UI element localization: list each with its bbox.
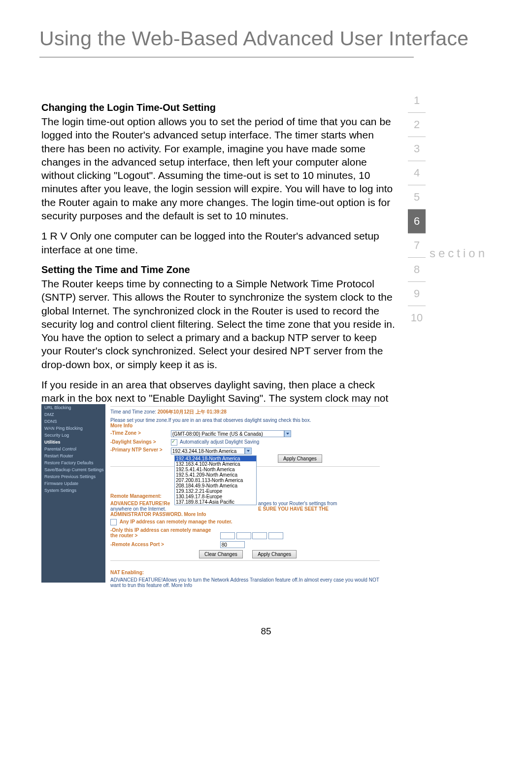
ntp-option[interactable]: 207.200.81.113-North America	[175, 478, 256, 483]
heading-timezone: Setting the Time and Time Zone	[41, 263, 396, 276]
ntp-option[interactable]: 137.189.8.174-Asia Pacific	[175, 499, 256, 505]
any-ip-text: Any IP address can remotely manage the r…	[120, 519, 233, 524]
heading-login: Changing the Login Time-Out Setting	[41, 101, 396, 114]
remote-port-label: -Remote Access Port >	[110, 542, 219, 547]
daylight-label: -Daylight Savings >	[110, 439, 169, 445]
please-set-text: Please set your time zone.If you are in …	[110, 417, 311, 423]
chevron-down-icon[interactable]	[284, 430, 291, 437]
sidebar-item[interactable]: Security Log	[41, 432, 105, 439]
only-ip-field-2[interactable]	[236, 532, 251, 539]
only-ip-field-1[interactable]	[220, 532, 235, 539]
section-tab-7[interactable]: 7	[408, 234, 426, 258]
more-info-link[interactable]: More Info	[110, 423, 133, 428]
remote-mgmt-label: Remote Management:	[110, 493, 162, 499]
adv-feature-text: ADVANCED FEATURE!Re	[110, 501, 170, 506]
para-login-1: The login time-out option allows you to …	[41, 115, 396, 222]
page-number: 85	[0, 626, 532, 637]
clear-changes-button[interactable]: Clear Changes	[199, 550, 243, 558]
remote-port-field[interactable]	[220, 541, 245, 548]
title-rule	[39, 57, 414, 58]
section-tab-2[interactable]: 2	[408, 113, 426, 137]
nat-text: ADVANCED FEATURE!Allows you to turn the …	[110, 577, 379, 588]
section-tabs: 12345678910	[408, 89, 426, 330]
section-tab-10[interactable]: 10	[408, 306, 426, 330]
para-tz-1: The Router keeps time by connecting to a…	[41, 277, 396, 371]
only-ip-label: -Only this IP address can remotely manag…	[110, 527, 219, 538]
body-text: Changing the Login Time-Out Setting The …	[41, 101, 396, 452]
ntp-option[interactable]: 129.132.2.21-Europe	[175, 488, 256, 494]
anywhere-text: anywhere on the Internet.	[110, 506, 166, 512]
ntp-option[interactable]: 192.5.41.209-North America	[175, 472, 256, 478]
admin-pwd-text: ADMINISTRATOR PASSWORD.	[110, 512, 183, 517]
sidebar-item[interactable]: WAN Ping Blocking	[41, 425, 105, 432]
sidebar-item[interactable]: URL Blocking	[41, 404, 105, 411]
router-ui-screenshot: URL BlockingDMZDDNSWAN Ping BlockingSecu…	[41, 404, 385, 583]
section-label: section	[430, 246, 488, 260]
router-sidebar: URL BlockingDMZDDNSWAN Ping BlockingSecu…	[41, 404, 105, 583]
sidebar-item[interactable]: System Settings	[41, 487, 105, 494]
daylight-checkbox[interactable]	[171, 439, 177, 446]
adv-tail: anges to your Router's settings from	[258, 501, 337, 506]
section-tab-5[interactable]: 5	[408, 185, 426, 209]
more-info-link[interactable]: More Info	[184, 512, 206, 517]
time-zone-title: Time and Time zone:	[110, 409, 156, 415]
section-tab-3[interactable]: 3	[408, 137, 426, 161]
section-tab-8[interactable]: 8	[408, 258, 426, 282]
sidebar-item[interactable]: Save/Backup Current Settings	[41, 466, 105, 473]
chevron-down-icon[interactable]	[245, 448, 252, 454]
only-ip-field-4[interactable]	[268, 532, 283, 539]
sidebar-item[interactable]: Restore Previous Settings	[41, 473, 105, 480]
section-tab-9[interactable]: 9	[408, 282, 426, 306]
ntp-dropdown-open[interactable]: 192.43.244.18-North America132.163.4.102…	[174, 455, 257, 505]
nat-label: NAT Enabling:	[110, 570, 144, 575]
only-ip-field-3[interactable]	[252, 532, 267, 539]
ntp-option[interactable]: 132.163.4.102-North America	[175, 461, 256, 467]
ntp-option[interactable]: 130.149.17.8-Europe	[175, 494, 256, 499]
sidebar-item[interactable]: Restart Router	[41, 452, 105, 459]
section-tab-4[interactable]: 4	[408, 161, 426, 185]
ntp-option[interactable]: 192.5.41.41-North America	[175, 467, 256, 472]
sidebar-item[interactable]: DMZ	[41, 411, 105, 418]
time-zone-value: 2006年10月12日 上午 01:39:28	[158, 409, 227, 415]
sidebar-item[interactable]: Parental Control	[41, 446, 105, 452]
daylight-text: Automatically adjust Daylight Saving	[180, 439, 259, 445]
section-tab-1[interactable]: 1	[408, 89, 426, 113]
sidebar-item[interactable]: Firmware Update	[41, 480, 105, 487]
ntp-select[interactable]: 192.43.244.18-North America	[171, 448, 245, 454]
para-login-2: 1 R V Only one computer can be logged in…	[41, 229, 396, 256]
sidebar-item[interactable]: DDNS	[41, 418, 105, 425]
ntp-option[interactable]: 192.43.244.18-North America	[175, 456, 256, 461]
apply-changes-button[interactable]: Apply Changes	[278, 454, 322, 463]
any-ip-checkbox[interactable]	[110, 519, 117, 525]
sidebar-item[interactable]: Restore Factory Defaults	[41, 459, 105, 466]
timezone-label: -Time Zone >	[110, 430, 169, 436]
sidebar-item[interactable]: Utilities	[41, 439, 105, 446]
apply-changes-button[interactable]: Apply Changes	[252, 550, 297, 558]
primary-ntp-label: -Primary NTP Server >	[110, 448, 169, 452]
section-tab-6[interactable]: 6	[408, 209, 426, 234]
timezone-select[interactable]: (GMT-08:00) Pacific Time (US & Canada)	[171, 430, 284, 437]
ntp-option[interactable]: 208.184.49.9-North America	[175, 483, 256, 488]
page-title: Using the Web-Based Advanced User Interf…	[39, 27, 468, 50]
be-sure-text: E SURE YOU HAVE SEET THE	[258, 506, 329, 512]
